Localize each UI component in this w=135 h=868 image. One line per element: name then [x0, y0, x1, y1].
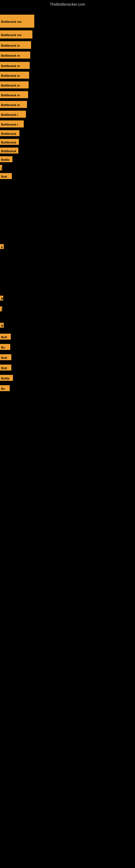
bottleneck-item: Bottleneck re	[0, 72, 29, 79]
bottleneck-item: Bottleneck re	[0, 91, 28, 98]
bottleneck-item: Bottleneck	[0, 130, 19, 136]
bottleneck-item: Bottleneck r	[0, 120, 24, 127]
bottleneck-item: Bottle	[0, 156, 12, 162]
bottleneck-item: B	[0, 296, 3, 301]
bottleneck-item: Bottleneck re	[0, 101, 27, 108]
bottleneck-item: Bottleneck re	[0, 62, 30, 69]
bottleneck-item: Bottleneck re	[0, 41, 31, 49]
bottleneck-item: Bottleneck re	[0, 82, 29, 88]
site-title: TheBottlenecker.com	[50, 2, 85, 6]
bottleneck-item: B	[0, 323, 4, 328]
bottleneck-item: 6	[0, 244, 4, 249]
bottleneck-item: Bottleneck re	[0, 52, 30, 59]
bottleneck-item: Bottle	[0, 375, 13, 381]
bottleneck-item: Bott	[0, 334, 11, 340]
bottleneck-item: |	[0, 165, 2, 170]
bottleneck-item: Bottleneck	[0, 148, 18, 154]
bottleneck-item: Bottleneck res	[0, 14, 34, 28]
bottleneck-item: Bo	[0, 385, 10, 391]
bottleneck-item: Bottleneck r	[0, 111, 26, 118]
bottleneck-item: |	[0, 307, 2, 311]
bottleneck-item: Bott	[0, 173, 12, 179]
bottleneck-item: Bott	[0, 354, 11, 360]
bottleneck-item: Bott	[0, 365, 11, 371]
bottleneck-item: Bo	[0, 344, 10, 350]
bottleneck-item: Bottleneck res	[0, 30, 32, 38]
bottleneck-item: Bottleneck	[0, 139, 19, 145]
